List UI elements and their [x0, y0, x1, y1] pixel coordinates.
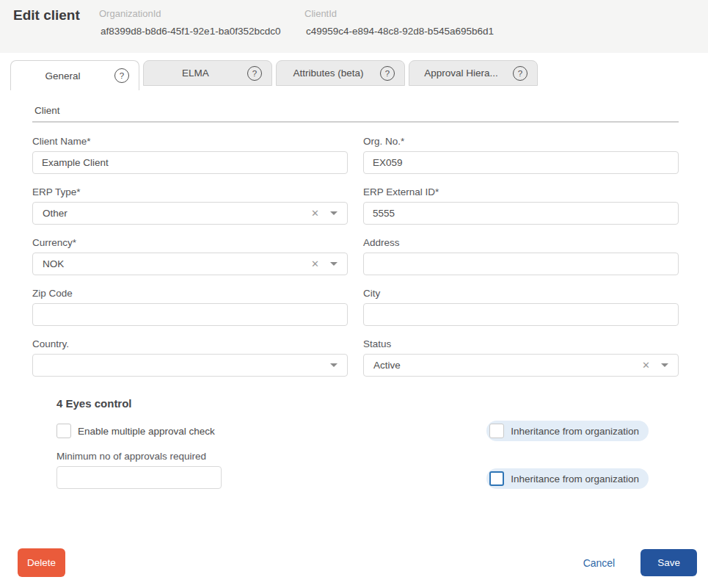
client-id-label: ClientId: [304, 8, 337, 19]
status-value: Active: [373, 360, 642, 371]
tab-approval-hierarchy[interactable]: Approval Hiera... ?: [409, 60, 538, 86]
enable-approval-label: Enable multiple approval check: [78, 426, 215, 437]
tab-attributes-beta-label: Attributes (beta): [277, 68, 380, 79]
erp-external-id-field-group: ERP External ID*: [363, 186, 679, 225]
currency-label: Currency*: [32, 237, 348, 248]
inheritance-checkbox-1[interactable]: [489, 424, 504, 438]
zip-code-label: Zip Code: [32, 288, 348, 299]
inheritance-label-1: Inheritance from organization: [511, 426, 639, 437]
form-content: Client Client Name* Org. No.* ERP Type* …: [32, 105, 679, 489]
page-title: Edit client: [13, 7, 80, 23]
min-approvals-label: Minimum no of approvals required: [56, 451, 222, 462]
erp-type-field-group: ERP Type* Other ✕: [32, 186, 348, 225]
chevron-down-icon[interactable]: [330, 262, 337, 266]
zip-code-input[interactable]: [32, 303, 348, 326]
city-label: City: [363, 288, 679, 299]
inheritance-checkbox-2[interactable]: [489, 471, 504, 486]
tab-general-label: General: [11, 70, 114, 81]
help-icon[interactable]: ?: [114, 68, 129, 83]
erp-type-select[interactable]: Other ✕: [32, 202, 348, 225]
zip-code-field-group: Zip Code: [32, 288, 348, 326]
client-id-value: c49959c4-e894-48c8-92d8-b545a695b6d1: [306, 26, 494, 37]
help-icon[interactable]: ?: [247, 66, 262, 81]
clear-icon[interactable]: ✕: [311, 259, 319, 269]
org-no-input[interactable]: [363, 151, 679, 174]
chevron-down-icon[interactable]: [661, 363, 668, 367]
tab-elma-label: ELMA: [144, 68, 247, 79]
min-approvals-input[interactable]: [56, 466, 222, 489]
client-name-label: Client Name*: [32, 136, 348, 147]
tab-attributes-beta[interactable]: Attributes (beta) ?: [276, 60, 405, 86]
address-input[interactable]: [363, 253, 679, 275]
form-grid: Client Name* Org. No.* ERP Type* Other ✕…: [32, 136, 679, 389]
chevron-down-icon[interactable]: [330, 363, 337, 367]
help-icon[interactable]: ?: [380, 66, 395, 81]
inheritance-chip-1: Inheritance from organization: [486, 421, 649, 441]
page-header: Edit client OrganizationId af8399d8-b8d6…: [0, 0, 708, 53]
city-field-group: City: [363, 288, 679, 326]
four-eyes-row-1: Enable multiple approval check Inheritan…: [56, 421, 679, 441]
tab-bar: General ? ELMA ? Attributes (beta) ? App…: [10, 60, 538, 90]
tab-general[interactable]: General ?: [10, 60, 139, 90]
status-select[interactable]: Active ✕: [363, 354, 679, 377]
save-button[interactable]: Save: [641, 549, 697, 576]
erp-type-value: Other: [43, 208, 311, 219]
chevron-down-icon[interactable]: [330, 211, 337, 215]
currency-select[interactable]: NOK ✕: [32, 253, 348, 275]
organization-id-value: af8399d8-b8d6-45f1-92e1-ba0f352bcdc0: [101, 26, 280, 37]
status-label: Status: [363, 338, 679, 349]
inheritance-chip-2: Inheritance from organization: [486, 468, 649, 489]
currency-field-group: Currency* NOK ✕: [32, 237, 348, 275]
delete-button[interactable]: Delete: [18, 548, 65, 577]
cancel-link[interactable]: Cancel: [583, 557, 616, 569]
erp-external-id-label: ERP External ID*: [363, 186, 679, 197]
erp-type-label: ERP Type*: [32, 186, 348, 197]
tab-elma[interactable]: ELMA ?: [143, 60, 272, 86]
client-name-input[interactable]: [32, 151, 348, 174]
address-label: Address: [363, 237, 679, 248]
country-select[interactable]: [32, 354, 348, 377]
address-field-group: Address: [363, 237, 679, 275]
clear-icon[interactable]: ✕: [642, 360, 650, 370]
enable-approval-checkbox[interactable]: [56, 424, 71, 438]
tab-approval-hierarchy-label: Approval Hiera...: [409, 68, 513, 79]
four-eyes-title: 4 Eyes control: [56, 397, 679, 410]
currency-value: NOK: [43, 258, 311, 269]
min-approvals-group: Minimum no of approvals required: [56, 451, 222, 489]
country-label: Country.: [32, 338, 348, 349]
erp-external-id-input[interactable]: [363, 202, 679, 225]
form-footer: Delete Cancel Save: [18, 548, 697, 577]
clear-icon[interactable]: ✕: [311, 208, 319, 218]
status-field-group: Status Active ✕: [363, 338, 679, 377]
org-no-field-group: Org. No.*: [363, 136, 679, 174]
organization-id-label: OrganizationId: [99, 8, 161, 19]
client-name-field-group: Client Name*: [32, 136, 348, 174]
help-icon[interactable]: ?: [513, 66, 528, 81]
client-section-title: Client: [32, 105, 679, 123]
four-eyes-row-2: Minimum no of approvals required Inherit…: [56, 451, 679, 489]
enable-approval-check-group: Enable multiple approval check: [56, 424, 215, 438]
country-field-group: Country.: [32, 338, 348, 377]
four-eyes-section: 4 Eyes control Enable multiple approval …: [56, 397, 679, 489]
org-no-label: Org. No.*: [363, 136, 679, 147]
inheritance-label-2: Inheritance from organization: [511, 473, 639, 484]
city-input[interactable]: [363, 303, 679, 326]
